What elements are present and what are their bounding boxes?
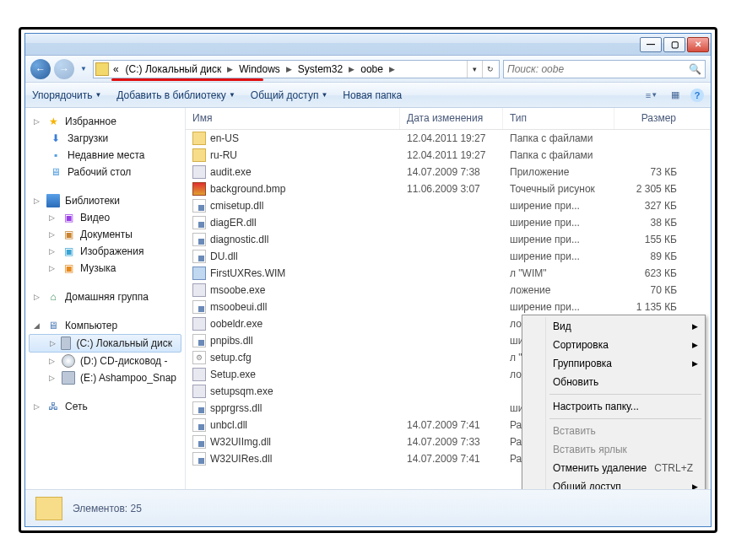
column-size[interactable]: Размер xyxy=(614,108,711,129)
view-options-button[interactable]: ≡ ▼ xyxy=(643,88,660,103)
file-icon xyxy=(192,148,206,162)
search-icon[interactable]: 🔍 xyxy=(689,63,701,75)
breadcrumb[interactable]: oobe xyxy=(358,63,386,75)
minimize-button[interactable]: — xyxy=(640,37,662,52)
column-date[interactable]: Дата изменения xyxy=(400,108,503,129)
column-type[interactable]: Тип xyxy=(503,108,614,129)
close-button[interactable]: ✕ xyxy=(687,37,709,52)
file-size: 327 КБ xyxy=(614,200,711,212)
share-menu[interactable]: Общий доступ▼ xyxy=(251,89,328,101)
file-date: 12.04.2011 19:27 xyxy=(400,132,503,144)
chevron-right-icon[interactable]: ▶ xyxy=(347,65,356,73)
file-row[interactable]: en-US12.04.2011 19:27Папка с файлами xyxy=(186,130,711,147)
file-list-pane[interactable]: Имя Дата изменения Тип Размер en-US12.04… xyxy=(186,108,711,489)
file-type: ширение при... xyxy=(503,234,614,245)
menu-sort[interactable]: Сортировка▶ xyxy=(524,336,703,354)
preview-pane-button[interactable]: ▦ xyxy=(667,88,684,103)
file-name: diagER.dll xyxy=(210,217,257,229)
sidebar-item-drive-e[interactable]: ▷(E:) Ashampoo_Snap xyxy=(25,369,185,386)
file-row[interactable]: audit.exe14.07.2009 7:38Приложение73 КБ xyxy=(186,164,711,180)
sidebar-item-desktop[interactable]: 🖥Рабочий стол xyxy=(25,164,185,180)
file-row[interactable]: DU.dllширение при...89 КБ xyxy=(186,248,711,265)
file-name: pnpibs.dll xyxy=(210,335,253,347)
refresh-button[interactable]: ↻ xyxy=(482,61,497,78)
breadcrumb[interactable]: (C:) Локальный диск xyxy=(123,63,225,75)
file-size: 155 КБ xyxy=(614,234,711,245)
file-size: 70 КБ xyxy=(614,284,711,296)
file-row[interactable]: diagER.dllширение при...38 КБ xyxy=(186,214,711,231)
file-icon xyxy=(192,283,206,297)
file-type: ширение при... xyxy=(503,200,614,212)
history-dropdown[interactable]: ▼ xyxy=(78,65,89,73)
libraries-group[interactable]: ▷Библиотеки xyxy=(25,192,185,209)
sidebar-item-recent[interactable]: ▪Недавние места xyxy=(25,147,185,164)
sidebar-item-images[interactable]: ▷▣Изображения xyxy=(25,243,185,260)
favorites-group[interactable]: ▷★Избранное xyxy=(25,113,185,130)
file-size: 89 КБ xyxy=(614,250,711,262)
file-name: ru-RU xyxy=(210,149,237,161)
search-input[interactable] xyxy=(507,63,689,75)
file-name: W32UIImg.dll xyxy=(210,436,271,448)
file-type: Папка с файлами xyxy=(503,132,614,144)
maximize-button[interactable]: ▢ xyxy=(663,37,685,52)
column-name[interactable]: Имя xyxy=(186,108,400,129)
file-row[interactable]: background.bmp11.06.2009 3:07Точечный ри… xyxy=(186,180,711,197)
breadcrumb[interactable]: Windows xyxy=(236,63,283,75)
organize-menu[interactable]: Упорядочить▼ xyxy=(32,89,101,101)
homegroup-group[interactable]: ▷⌂Домашняя группа xyxy=(25,288,185,305)
new-folder-button[interactable]: Новая папка xyxy=(343,89,402,101)
chevron-right-icon[interactable]: ▶ xyxy=(387,65,397,73)
file-name: oobeldr.exe xyxy=(210,318,262,330)
address-dropdown[interactable]: ▾ xyxy=(467,61,482,78)
titlebar: — ▢ ✕ xyxy=(25,34,711,56)
file-type: л "WIM" xyxy=(503,267,614,279)
file-row[interactable]: msoobeui.dllширение при...1 135 КБ xyxy=(186,299,711,315)
help-button[interactable]: ? xyxy=(690,89,704,102)
menu-refresh[interactable]: Обновить xyxy=(524,373,703,391)
file-icon xyxy=(192,351,206,364)
sidebar-item-downloads[interactable]: ⬇Загрузки xyxy=(25,130,185,147)
file-name: unbcl.dll xyxy=(210,419,247,431)
file-row[interactable]: cmisetup.dllширение при...327 КБ xyxy=(186,197,711,214)
menu-share[interactable]: Общий доступ▶ xyxy=(524,477,703,489)
file-name: diagnostic.dll xyxy=(210,234,268,245)
address-bar[interactable]: « (C:) Локальный диск▶ Windows▶ System32… xyxy=(93,60,500,78)
file-name: msoobe.exe xyxy=(210,284,265,296)
back-button[interactable]: ← xyxy=(30,59,51,79)
chevron-right-icon[interactable]: ▶ xyxy=(225,65,235,73)
file-name: Setup.exe xyxy=(210,369,256,380)
folder-icon xyxy=(35,497,62,520)
column-headers[interactable]: Имя Дата изменения Тип Размер xyxy=(186,108,711,130)
navigation-bar: ← → ▼ « (C:) Локальный диск▶ Windows▶ Sy… xyxy=(25,56,711,83)
file-row[interactable]: ru-RU12.04.2011 19:27Папка с файлами xyxy=(186,147,711,164)
computer-group[interactable]: ◢🖥Компьютер xyxy=(25,317,185,334)
file-type: Папка с файлами xyxy=(503,149,614,161)
chevron-right-icon[interactable]: ▶ xyxy=(284,65,294,73)
menu-customize-folder[interactable]: Настроить папку... xyxy=(524,397,703,416)
breadcrumb[interactable]: System32 xyxy=(295,63,345,75)
file-row[interactable]: FirstUXRes.WIMл "WIM"623 КБ xyxy=(186,265,711,282)
file-type: ширение при... xyxy=(503,217,614,229)
status-bar: Элементов: 25 xyxy=(25,489,711,526)
sidebar-item-documents[interactable]: ▷▣Документы xyxy=(25,226,185,243)
add-to-library-menu[interactable]: Добавить в библиотеку▼ xyxy=(116,89,235,101)
annotation-underline xyxy=(111,78,263,81)
sidebar-item-video[interactable]: ▷▣Видео xyxy=(25,209,185,226)
menu-undo-delete[interactable]: Отменить удалениеCTRL+Z xyxy=(524,459,703,477)
forward-button[interactable]: → xyxy=(54,59,74,79)
file-icon xyxy=(192,300,206,314)
search-box[interactable]: 🔍 xyxy=(503,60,706,78)
file-icon xyxy=(192,182,206,196)
breadcrumb-prefix[interactable]: « xyxy=(111,63,122,75)
network-group[interactable]: ▷🖧Сеть xyxy=(25,398,185,415)
file-name: W32UIRes.dll xyxy=(210,453,272,465)
file-name: DU.dll xyxy=(210,250,238,262)
sidebar-item-drive-c[interactable]: ▷(C:) Локальный диск xyxy=(29,334,181,353)
sidebar-item-music[interactable]: ▷▣Музыка xyxy=(25,260,185,277)
menu-group[interactable]: Группировка▶ xyxy=(524,354,703,373)
file-icon xyxy=(192,250,206,263)
file-row[interactable]: msoobe.exeложение70 КБ xyxy=(186,282,711,299)
menu-view[interactable]: Вид▶ xyxy=(524,317,703,336)
sidebar-item-drive-d[interactable]: ▷(D:) CD-дисковод - xyxy=(25,353,185,369)
file-row[interactable]: diagnostic.dllширение при...155 КБ xyxy=(186,231,711,248)
